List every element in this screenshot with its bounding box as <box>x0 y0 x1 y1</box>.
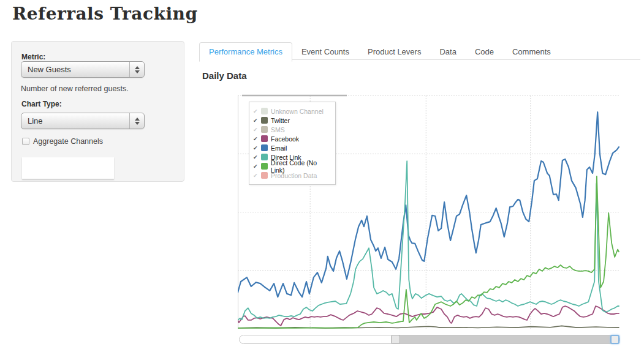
legend-swatch <box>261 163 268 170</box>
legend-label: Facebook <box>271 135 299 143</box>
aggregate-channels-label: Aggregate Channels <box>33 137 103 146</box>
legend-label: Twitter <box>271 117 290 124</box>
check-icon: ✔ <box>253 173 260 179</box>
slider-left-handle[interactable] <box>391 335 400 344</box>
legend-swatch <box>261 154 268 160</box>
tab-data[interactable]: Data <box>430 43 465 61</box>
check-icon: ✔ <box>253 145 260 151</box>
aggregate-channels-checkbox[interactable] <box>22 138 29 145</box>
tab-comments[interactable]: Comments <box>503 43 560 61</box>
tab-product-levers[interactable]: Product Levers <box>358 43 430 61</box>
legend-item[interactable]: ✔Unknown Channel <box>253 107 331 116</box>
legend-swatch <box>261 108 268 114</box>
tab-event-counts[interactable]: Event Counts <box>292 43 358 61</box>
metric-description: Number of new referred guests. <box>21 84 129 93</box>
legend-swatch <box>261 172 268 179</box>
legend-swatch <box>261 135 268 142</box>
legend-item[interactable]: ✔SMS <box>253 125 331 134</box>
check-icon: ✔ <box>253 154 260 160</box>
aggregate-channels-row: Aggregate Channels <box>22 137 103 146</box>
referrals-tracking-page: Referrals Tracking Metric: New Guests Nu… <box>0 0 644 363</box>
select-stepper-icon <box>129 113 144 129</box>
page-title: Referrals Tracking <box>12 4 197 24</box>
check-icon: ✔ <box>253 118 260 124</box>
slider-right-handle[interactable] <box>610 335 619 344</box>
chart-type-select-value: Line <box>28 116 43 125</box>
tab-performance-metrics[interactable]: Performance Metrics <box>199 42 292 62</box>
daily-data-chart[interactable]: ✔Unknown Channel✔Twitter✔SMS✔Facebook✔Em… <box>238 92 620 332</box>
check-icon: ✔ <box>253 127 260 133</box>
chart-type-label: Chart Type: <box>21 100 62 108</box>
legend-item[interactable]: ✔Twitter <box>253 116 331 125</box>
legend-label: Production Data <box>271 172 317 179</box>
check-icon: ✔ <box>253 136 260 142</box>
legend-item[interactable]: ✔Email <box>253 143 331 152</box>
chart-legend: ✔Unknown Channel✔Twitter✔SMS✔Facebook✔Em… <box>249 102 336 185</box>
series-direct-link <box>238 161 619 320</box>
tab-code[interactable]: Code <box>466 43 503 61</box>
metric-select[interactable]: New Guests <box>21 61 145 78</box>
legend-item[interactable]: ✔Direct Code (No Link) <box>253 162 331 171</box>
legend-item[interactable]: ✔Facebook <box>253 134 331 143</box>
legend-swatch <box>261 126 268 133</box>
chart-type-select[interactable]: Line <box>21 113 145 129</box>
metric-label: Metric: <box>21 53 45 61</box>
controls-panel: Metric: New Guests Number of new referre… <box>11 41 184 182</box>
sidebar-empty-panel <box>22 157 114 179</box>
select-stepper-icon <box>129 62 144 77</box>
section-heading: Daily Data <box>202 70 247 81</box>
tab-bar: Performance MetricsEvent CountsProduct L… <box>199 42 640 60</box>
check-icon: ✔ <box>253 163 260 170</box>
check-icon: ✔ <box>253 108 260 114</box>
date-range-slider[interactable] <box>239 335 620 344</box>
legend-swatch <box>261 117 268 124</box>
legend-swatch <box>261 144 268 151</box>
legend-label: Unknown Channel <box>271 108 324 115</box>
legend-label: SMS <box>271 126 285 133</box>
legend-label: Email <box>271 144 287 152</box>
series-direct-code-no-link- <box>238 176 619 328</box>
slider-selected-range[interactable] <box>395 335 619 343</box>
metric-select-value: New Guests <box>28 65 71 74</box>
